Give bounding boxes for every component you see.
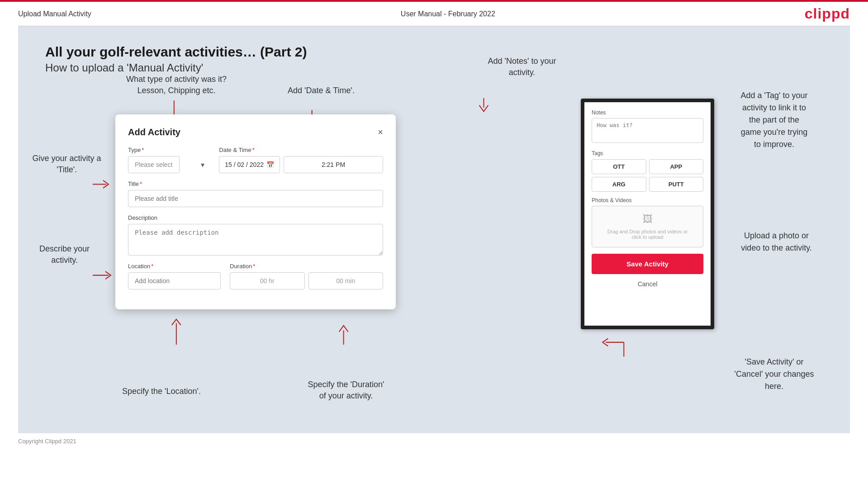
annotation-notes: Add 'Notes' to your activity. [474, 56, 569, 78]
copyright: Copyright Clippd 2021 [0, 433, 868, 449]
main-subheading: How to upload a 'Manual Activity' [45, 62, 823, 74]
title-label: Title* [128, 180, 383, 187]
location-duration-row: Location* Duration* 00 hr 00 min [128, 263, 383, 289]
type-datetime-row: Type* Please select Date & Time* 15 / 02… [128, 147, 383, 173]
type-group: Type* Please select [128, 147, 210, 173]
duration-min-input[interactable]: 00 min [308, 272, 384, 289]
datetime-label: Date & Time* [219, 147, 383, 153]
annotation-describe: Describe your activity. [29, 243, 100, 266]
tags-section: Tags OTT APP ARG PUTT [592, 150, 703, 192]
calendar-icon: 📅 [266, 161, 274, 168]
location-input[interactable] [128, 272, 221, 289]
photos-dropzone[interactable]: 🖼 Drag and Drop photos and videos or cli… [592, 206, 703, 247]
photos-section: Photos & Videos 🖼 Drag and Drop photos a… [592, 197, 703, 247]
tag-arg[interactable]: ARG [592, 177, 646, 192]
type-select[interactable]: Please select [128, 156, 180, 173]
main-heading: All your golf-relevant activities… (Part… [45, 44, 823, 60]
main-content: All your golf-relevant activities… (Part… [18, 26, 850, 433]
date-input[interactable]: 15 / 02 / 2022 📅 [219, 156, 280, 173]
tag-putt[interactable]: PUTT [649, 177, 704, 192]
annotation-save: 'Save Activity' or 'Cancel' your changes… [714, 356, 834, 393]
tag-ott[interactable]: OTT [592, 159, 646, 174]
photos-label: Photos & Videos [592, 197, 703, 204]
duration-group: Duration* 00 hr 00 min [230, 263, 383, 289]
notes-textarea[interactable] [592, 118, 703, 143]
annotation-photo: Upload a photo or video to the activity. [719, 230, 834, 254]
logo: clippd [805, 5, 850, 22]
tag-app[interactable]: APP [649, 159, 704, 174]
annotation-title: Give your activity a 'Title'. [32, 153, 102, 175]
top-bar: Upload Manual Activity User Manual - Feb… [0, 0, 868, 26]
tags-label: Tags [592, 150, 703, 156]
annotation-location: Specify the 'Location'. [122, 386, 201, 397]
location-group: Location* [128, 263, 221, 289]
type-label: Type* [128, 147, 210, 153]
tags-grid: OTT APP ARG PUTT [592, 159, 703, 192]
photos-text: Drag and Drop photos and videos or click… [607, 229, 688, 240]
time-input[interactable]: 2:21 PM [284, 156, 383, 173]
modal-header: Add Activity × [128, 127, 383, 137]
save-activity-button[interactable]: Save Activity [592, 254, 703, 274]
close-modal-button[interactable]: × [378, 127, 383, 137]
location-label: Location* [128, 263, 221, 270]
page-title: Upload Manual Activity [18, 10, 91, 18]
cancel-button[interactable]: Cancel [592, 279, 703, 289]
annotation-type: What type of activity was it? Lesson, Ch… [118, 74, 235, 96]
annotation-tag: Add a 'Tag' to your activity to link it … [714, 90, 834, 151]
annotation-datetime: Add 'Date & Time'. [276, 85, 366, 96]
title-input[interactable] [128, 190, 383, 207]
manual-label: User Manual - February 2022 [401, 10, 495, 18]
datetime-inputs: 15 / 02 / 2022 📅 2:21 PM [219, 156, 383, 173]
phone-panel: Notes Tags OTT APP ARG PUTT Photos & Vid… [581, 99, 714, 329]
description-textarea[interactable] [128, 224, 383, 256]
duration-label: Duration* [230, 263, 383, 270]
description-label: Description [128, 214, 383, 221]
notes-label: Notes [592, 109, 703, 116]
duration-hr-input[interactable]: 00 hr [230, 272, 305, 289]
type-select-wrapper[interactable]: Please select [128, 156, 210, 173]
title-group: Title* [128, 180, 383, 207]
annotation-duration: Specify the 'Duration' of your activity. [289, 379, 403, 402]
photo-icon: 🖼 [643, 213, 653, 225]
duration-inputs: 00 hr 00 min [230, 272, 383, 289]
datetime-group: Date & Time* 15 / 02 / 2022 📅 2:21 PM [219, 147, 383, 173]
phone-inner: Notes Tags OTT APP ARG PUTT Photos & Vid… [584, 102, 711, 297]
description-group: Description [128, 214, 383, 256]
modal-title: Add Activity [128, 127, 180, 137]
add-activity-modal: Add Activity × Type* Please select Date … [115, 114, 396, 309]
